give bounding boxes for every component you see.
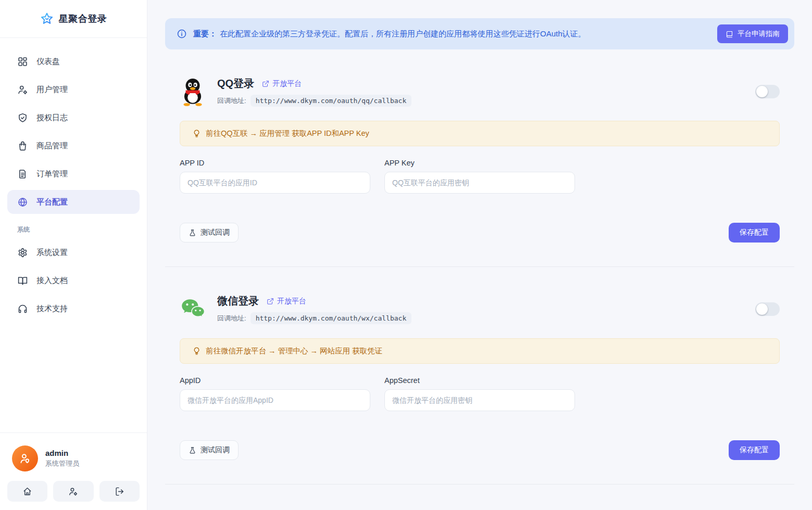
qq-appid-input[interactable] [180,172,370,194]
sidebar-item-users[interactable]: 用户管理 [7,78,140,101]
user-gear-icon [17,84,28,95]
info-icon [177,29,187,39]
sidebar-footer: admin 系统管理员 [0,432,147,510]
guide-book-icon [726,30,733,38]
wechat-appsecret-input[interactable] [384,389,575,411]
banner-text: 重要：在此配置企业级的第三方登录凭证。配置后，所有注册用户创建的应用都将使用这些… [193,29,586,39]
user-name: admin [45,449,79,457]
bulb-icon [192,129,201,138]
sidebar-item-label: 用户管理 [36,85,68,95]
qq-open-platform-link[interactable]: 开放平台 [262,79,302,88]
sidebar-item-support[interactable]: 技术支持 [7,297,140,321]
wechat-appid-label: AppID [180,376,370,385]
flask-icon [189,447,196,454]
wechat-enabled-toggle[interactable] [755,302,780,316]
sidebar-item-platform-config[interactable]: 平台配置 [7,190,140,214]
sidebar-item-label: 仪表盘 [36,57,60,67]
guide-button[interactable]: 平台申请指南 [717,24,788,43]
wechat-tip: 前往微信开放平台 → 管理中心 → 网站应用 获取凭证 [180,338,780,364]
qq-appkey-input[interactable] [384,172,575,194]
book-open-icon [17,275,28,286]
flask-icon [189,229,196,237]
logout-button[interactable] [99,481,140,502]
sidebar-section-system: 系统 [7,218,140,240]
sidebar-item-label: 平台配置 [36,197,68,207]
sidebar-item-label: 技术支持 [36,304,68,314]
wechat-appid-input[interactable] [180,389,370,411]
wechat-open-platform-link[interactable]: 开放平台 [267,297,306,306]
external-link-icon [262,80,269,87]
gear-icon [17,247,28,258]
sidebar-item-label: 系统设置 [36,248,68,258]
callback-label: 回调地址: [217,314,246,323]
wechat-save-config-button[interactable]: 保存配置 [729,440,780,460]
dashboard-icon [17,56,28,67]
wechat-section-title: 微信登录 [217,294,259,308]
home-button[interactable] [7,481,47,502]
headphones-icon [17,303,28,314]
sidebar-item-system-settings[interactable]: 系统设置 [7,240,140,264]
external-link-icon [267,298,274,305]
user-pin-icon [18,452,32,465]
document-icon [17,169,28,180]
sidebar-item-auth-logs[interactable]: 授权日志 [7,106,140,130]
wechat-appsecret-label: AppSecret [384,376,575,385]
qq-callback-url: http://www.dkym.com/oauth/qq/callback [251,95,412,107]
qq-test-callback-button[interactable]: 测试回调 [180,223,239,243]
qq-appkey-label: APP Key [384,159,575,167]
shopping-bag-icon [17,141,28,151]
user-info: admin 系统管理员 [7,441,140,481]
avatar [12,445,38,471]
info-banner: 重要：在此配置企业级的第三方登录凭证。配置后，所有注册用户创建的应用都将使用这些… [165,18,794,49]
home-icon [22,487,32,496]
app-root: 星聚合登录 仪表盘 用户管理 授权日志 商品管理 订单管理 [0,0,812,510]
user-role: 系统管理员 [45,459,79,468]
platform-section-alipay: 支 支付宝登录 开放平台 回调地址: http://www.dkym.com/o… [165,484,794,510]
bulb-icon [192,347,201,355]
sidebar-item-label: 订单管理 [36,169,68,179]
sidebar-item-label: 接入文档 [36,276,68,286]
shield-check-icon [17,112,28,123]
user-gear-icon [68,487,78,496]
sidebar-item-orders[interactable]: 订单管理 [7,162,140,186]
star-logo-icon [40,12,54,26]
sidebar-item-label: 授权日志 [36,113,68,123]
sidebar-nav: 仪表盘 用户管理 授权日志 商品管理 订单管理 平台配置 系统 [0,38,147,325]
sidebar-item-docs[interactable]: 接入文档 [7,269,140,292]
sidebar-item-label: 商品管理 [36,141,68,151]
main-content: 重要：在此配置企业级的第三方登录凭证。配置后，所有注册用户创建的应用都将使用这些… [147,0,812,510]
profile-button[interactable] [53,481,93,502]
wechat-logo-icon [180,295,206,324]
qq-logo-icon [180,77,206,106]
app-logo: 星聚合登录 [0,0,147,38]
wechat-callback-url: http://www.dkym.com/oauth/wx/callback [251,312,412,324]
qq-enabled-toggle[interactable] [755,85,780,98]
sidebar-item-dashboard[interactable]: 仪表盘 [7,49,140,73]
callback-label: 回调地址: [217,96,246,106]
qq-section-title: QQ登录 [217,76,254,91]
sidebar: 星聚合登录 仪表盘 用户管理 授权日志 商品管理 订单管理 [0,0,147,510]
sidebar-item-products[interactable]: 商品管理 [7,134,140,158]
platform-section-qq: QQ登录 开放平台 回调地址: http://www.dkym.com/oaut… [165,49,794,267]
qq-appid-label: APP ID [180,159,370,167]
platform-section-wechat: 微信登录 开放平台 回调地址: http://www.dkym.com/oaut… [165,267,794,484]
logout-icon [115,487,124,496]
app-title: 星聚合登录 [59,12,107,25]
qq-tip: 前往QQ互联 → 应用管理 获取APP ID和APP Key [180,121,780,146]
globe-icon [17,197,28,208]
qq-save-config-button[interactable]: 保存配置 [729,223,780,243]
wechat-test-callback-button[interactable]: 测试回调 [180,440,239,460]
